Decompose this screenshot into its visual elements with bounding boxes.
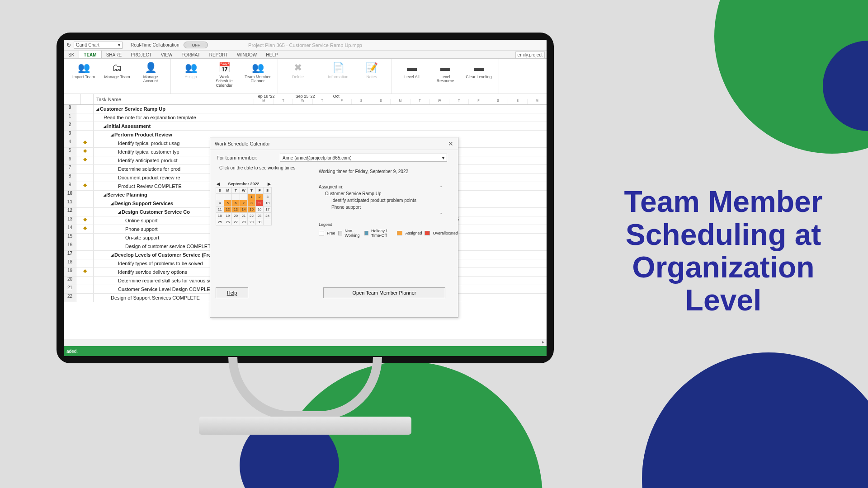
collapse-icon[interactable]: ◢ <box>111 202 113 206</box>
calendar-day[interactable]: 10 <box>264 200 272 206</box>
manage-account-button[interactable]: 👤Manage Account <box>137 61 164 91</box>
calendar-day[interactable]: 11 <box>216 206 224 213</box>
calendar-day[interactable]: 16 <box>255 206 264 213</box>
tab-format[interactable]: FORMAT <box>177 50 204 58</box>
legend-item: Holiday / Time-Off <box>364 229 395 238</box>
delete-icon: ✖ <box>294 61 302 74</box>
indicator-icon: ◆ <box>76 216 94 225</box>
member-dropdown[interactable]: Anne (anne@projectplan365.com)▾ <box>280 154 447 162</box>
level-all-button[interactable]: ▬Level All <box>398 61 425 91</box>
indicator-icon <box>76 285 94 293</box>
calendar-day[interactable]: 1 <box>248 194 256 200</box>
calendar-day[interactable]: 2 <box>255 194 264 200</box>
calendar-day[interactable] <box>224 194 232 200</box>
calendar-day[interactable] <box>216 194 224 200</box>
tab-share[interactable]: SHARE <box>102 50 126 58</box>
calendar-day[interactable]: 7 <box>240 200 248 206</box>
prev-month-icon[interactable]: ◀ <box>217 182 220 186</box>
calendar-day[interactable]: 26 <box>224 219 232 225</box>
tab-view[interactable]: VIEW <box>156 50 177 58</box>
for-member-label: For team member: <box>217 155 280 160</box>
calendar-day[interactable]: 6 <box>232 200 240 206</box>
h-scrollbar[interactable]: ▸ <box>64 339 547 346</box>
task-row[interactable]: 0◢Customer Service Ramp Up <box>64 105 547 113</box>
team-member-planner-icon: 👥 <box>252 61 264 74</box>
calendar-day[interactable]: 8 <box>248 200 256 206</box>
task-row[interactable]: 2◢Initial Assessment <box>64 122 547 131</box>
collapse-icon[interactable]: ◢ <box>118 210 121 214</box>
task-name-header[interactable]: Task Name <box>94 94 254 104</box>
collapse-icon[interactable]: ◢ <box>104 193 106 197</box>
indicator-icon <box>76 122 94 130</box>
dialog-title: Work Schedule Calendar <box>215 141 270 146</box>
calendar-day[interactable]: 12 <box>224 206 232 213</box>
calendar-day[interactable]: 17 <box>264 206 272 213</box>
resource-cell[interactable] <box>268 105 313 113</box>
help-button[interactable]: Help <box>216 287 248 298</box>
scroll-up-icon[interactable]: ˄ <box>440 185 443 191</box>
indicator-icon <box>76 105 94 113</box>
tab-sk[interactable]: SK <box>64 50 79 58</box>
calendar-day[interactable]: 4 <box>216 200 224 206</box>
resource-cell[interactable] <box>268 113 313 122</box>
calendar-day[interactable]: 24 <box>264 213 272 219</box>
calendar-day[interactable] <box>232 194 240 200</box>
legend-item: Assigned <box>397 231 422 235</box>
collapse-icon[interactable]: ◢ <box>104 124 106 128</box>
calendar-day[interactable]: 30 <box>255 219 264 225</box>
task-row[interactable]: 1Read the note for an explanation templa… <box>64 113 547 122</box>
calendar-day[interactable]: 22 <box>248 213 256 219</box>
calendar-day[interactable]: 20 <box>232 213 240 219</box>
manage-team-button[interactable]: 🗂Manage Team <box>104 61 131 91</box>
import-team-icon: 👥 <box>78 61 90 74</box>
working-times-label: Working times for Friday, September 9, 2… <box>319 169 408 174</box>
week-label: Oct <box>333 94 340 99</box>
rtc-toggle[interactable]: OFF <box>184 42 208 48</box>
assign-icon: 👥 <box>185 61 197 74</box>
calendar-day[interactable]: 21 <box>240 213 248 219</box>
mini-calendar[interactable]: ◀ September 2022 ▶ SMTWTFS12345678910111… <box>216 182 272 225</box>
tab-help[interactable]: HELP <box>261 50 282 58</box>
calendar-day[interactable]: 27 <box>232 219 240 225</box>
resource-cell[interactable] <box>268 122 313 130</box>
tab-window[interactable]: WINDOW <box>232 50 261 58</box>
open-team-member-planner-button[interactable]: Open Team Member Planner <box>323 287 445 298</box>
gantt-cell <box>313 113 547 122</box>
work-schedule-calendar-button[interactable]: 📅Work Schedule Calendar <box>211 61 238 91</box>
redo-icon[interactable]: ↻ <box>66 42 71 48</box>
calendar-day[interactable]: 28 <box>240 219 248 225</box>
calendar-day[interactable]: 18 <box>216 213 224 219</box>
calendar-day[interactable]: 3 <box>264 194 272 200</box>
collapse-icon[interactable]: ◢ <box>111 253 113 257</box>
next-month-icon[interactable]: ▶ <box>268 182 271 186</box>
tab-team[interactable]: TEAM <box>79 50 101 58</box>
calendar-day[interactable]: 5 <box>224 200 232 206</box>
user-box[interactable]: emily.project <box>515 52 545 58</box>
calendar-day[interactable]: 15 <box>248 206 256 213</box>
ribbon-tabs: SKTEAMSHAREPROJECTVIEWFORMATREPORTWINDOW… <box>64 51 547 59</box>
collapse-icon[interactable]: ◢ <box>111 133 113 137</box>
calendar-day[interactable]: 25 <box>216 219 224 225</box>
calendar-day[interactable] <box>264 219 272 225</box>
indicator-icon: ◆ <box>76 268 94 276</box>
indicator-icon <box>76 277 94 285</box>
tab-project[interactable]: PROJECT <box>126 50 156 58</box>
scroll-down-icon[interactable]: ˅ <box>440 212 443 218</box>
calendar-day[interactable] <box>240 194 248 200</box>
collapse-icon[interactable]: ◢ <box>96 107 99 111</box>
assigned-in-panel: Assigned in: Customer Service Ramp Up Id… <box>319 183 416 211</box>
close-icon[interactable]: ✕ <box>448 140 453 147</box>
view-selector[interactable]: Gantt Chart▾ <box>74 42 123 49</box>
calendar-day[interactable]: 9 <box>255 200 264 206</box>
calendar-day[interactable]: 19 <box>224 213 232 219</box>
calendar-day[interactable]: 13 <box>232 206 240 213</box>
clear-leveling-button[interactable]: ▬Clear Leveling <box>465 61 492 91</box>
import-team-button[interactable]: 👥Import Team <box>70 61 97 91</box>
team-member-planner-button[interactable]: 👥Team Member Planner <box>244 61 271 91</box>
information-button: 📄Information <box>325 61 352 91</box>
calendar-day[interactable]: 29 <box>248 219 256 225</box>
calendar-day[interactable]: 14 <box>240 206 248 213</box>
calendar-day[interactable]: 23 <box>255 213 264 219</box>
tab-report[interactable]: REPORT <box>205 50 233 58</box>
level-resource-button[interactable]: ▬Level Resource <box>432 61 459 91</box>
